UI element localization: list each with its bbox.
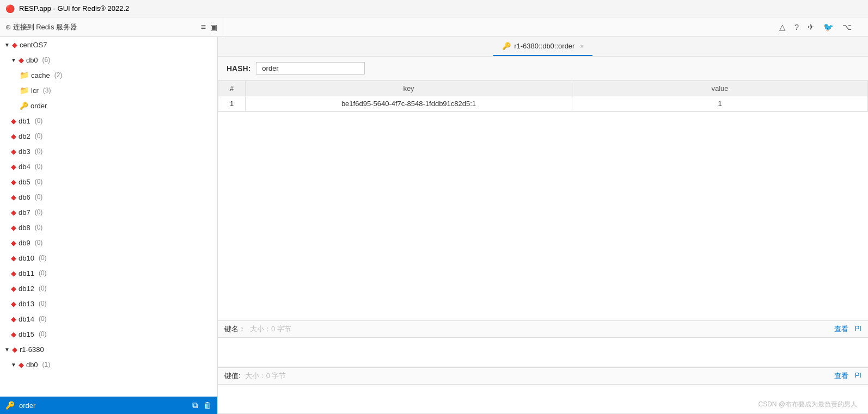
db-diamond-icon: ◆	[11, 132, 16, 140]
data-table: # key value 1 be1f6d95-5640-4f7c-8548-1f…	[218, 81, 868, 112]
selected-item-label: order	[19, 401, 35, 410]
sidebar-item-label: centOS7	[20, 41, 47, 49]
app-title: RESP.app - GUI for Redis® 2022.2	[19, 4, 129, 13]
sidebar-item-label: db9	[19, 239, 30, 247]
toolbar-right: △ ? ✈ 🐦 ⌥	[228, 22, 863, 32]
sidebar-item-db5[interactable]: ◆ db5 (0)	[0, 174, 217, 189]
sidebar-item-label: db2	[19, 132, 30, 140]
sidebar-item-db12[interactable]: ◆ db12 (0)	[0, 281, 217, 296]
sidebar-item-count: (0)	[35, 117, 43, 125]
tab-bar: 🔑 r1-6380::db0::order ×	[218, 37, 868, 57]
sidebar-item-label: cache	[31, 71, 50, 79]
folder-icon: 📁	[20, 86, 29, 95]
sidebar-item-count: (0)	[35, 224, 43, 231]
sidebar-item-db10[interactable]: ◆ db10 (0)	[0, 250, 217, 265]
db-diamond-icon: ◆	[11, 269, 16, 277]
db-diamond-icon: ◆	[11, 193, 16, 201]
sidebar-item-db11[interactable]: ◆ db11 (0)	[0, 265, 217, 281]
server-diamond-icon: ◆	[12, 41, 17, 49]
list-icon[interactable]: ≡	[201, 22, 206, 32]
sidebar-item-db4[interactable]: ◆ db4 (0)	[0, 159, 217, 174]
sidebar-item-db14[interactable]: ◆ db14 (0)	[0, 311, 217, 326]
sidebar-item-count: (0)	[39, 285, 47, 292]
key-value-label: 键值:	[224, 371, 241, 381]
key-name-view-button[interactable]: 查看	[834, 324, 848, 334]
key-value-text-area[interactable]: CSDN @布布要成为最负责的男人	[218, 384, 868, 414]
sidebar-item-db0-centos7[interactable]: ▼ ◆ db0 (6)	[0, 52, 217, 67]
expand-icon: ▼	[4, 42, 10, 48]
expand-icon: ▼	[4, 347, 10, 353]
db-diamond-icon: ◆	[11, 254, 16, 262]
key-value-view-button[interactable]: 查看	[834, 371, 848, 381]
watermark: CSDN @布布要成为最负责的男人	[758, 400, 857, 409]
twitter-icon[interactable]: 🐦	[823, 22, 834, 32]
sidebar-item-count: (6)	[42, 56, 51, 64]
sidebar-item-label: db11	[19, 269, 34, 277]
telegram-icon[interactable]: ✈	[808, 22, 815, 32]
sidebar-item-cache[interactable]: 📁 cache (2)	[0, 67, 217, 83]
sidebar-item-centos7[interactable]: ▼ ◆ centOS7	[0, 37, 217, 52]
col-header-index: #	[218, 81, 246, 96]
sidebar-item-label: db1	[19, 117, 30, 125]
sidebar-item-label: db3	[19, 147, 30, 156]
sidebar-item-count: (0)	[35, 239, 43, 246]
github-icon[interactable]: ⌥	[842, 22, 852, 32]
sidebar-item-db9[interactable]: ◆ db9 (0)	[0, 235, 217, 250]
delete-icon[interactable]: 🗑	[204, 400, 212, 410]
key-icon: 🔑	[20, 102, 28, 110]
sidebar-item-db6[interactable]: ◆ db6 (0)	[0, 189, 217, 205]
db-diamond-icon: ◆	[11, 224, 16, 232]
alert-icon[interactable]: △	[779, 22, 786, 32]
sidebar-item-db3[interactable]: ◆ db3 (0)	[0, 144, 217, 159]
key-name-size: 大小：0 字节	[250, 324, 291, 334]
connect-button[interactable]: ⊕ 连接到 Redis 服务器	[5, 22, 77, 32]
sidebar-item-db7[interactable]: ◆ db7 (0)	[0, 205, 217, 220]
db-diamond-icon: ◆	[11, 330, 16, 338]
selected-key-icon: 🔑	[5, 401, 15, 410]
sidebar-item-icr[interactable]: 📁 icr (3)	[0, 83, 217, 98]
sidebar-item-label: db13	[19, 300, 34, 308]
sidebar-item-r1-db0[interactable]: ▼ ◆ db0 (1)	[0, 357, 217, 372]
sidebar-item-r1-6380[interactable]: ▼ ◆ r1-6380	[0, 342, 217, 357]
sidebar-item-db8[interactable]: ◆ db8 (0)	[0, 220, 217, 235]
sidebar-item-count: (0)	[35, 193, 43, 201]
toolbar: ⊕ 连接到 Redis 服务器 ≡ ▣ △ ? ✈ 🐦 ⌥	[0, 17, 868, 37]
sidebar-item-count: (0)	[39, 254, 47, 262]
db-diamond-icon: ◆	[11, 163, 16, 171]
table-empty-area	[218, 112, 868, 320]
sidebar-item-db2[interactable]: ◆ db2 (0)	[0, 128, 217, 144]
sidebar-item-label: db10	[19, 254, 34, 262]
tab-order[interactable]: 🔑 r1-6380::db0::order ×	[493, 37, 592, 56]
sidebar-item-label: icr	[31, 86, 39, 95]
sidebar-item-count: (0)	[35, 163, 43, 170]
grid-icon[interactable]: ▣	[210, 23, 217, 32]
sidebar-item-label: db4	[19, 163, 30, 171]
sidebar-item-count: (0)	[35, 132, 43, 140]
sidebar-item-db1[interactable]: ◆ db1 (0)	[0, 113, 217, 128]
sidebar-item-db13[interactable]: ◆ db13 (0)	[0, 296, 217, 311]
tab-close-button[interactable]: ×	[580, 43, 583, 50]
toolbar-left: ⊕ 连接到 Redis 服务器 ≡ ▣	[5, 17, 223, 36]
sidebar-item-label: db8	[19, 224, 30, 232]
row-index: 1	[218, 96, 246, 112]
sidebar-item-label: db5	[19, 178, 30, 186]
sidebar-item-label: db12	[19, 285, 34, 293]
sidebar-item-label: order	[30, 102, 47, 110]
sidebar-item-db15[interactable]: ◆ db15 (0)	[0, 326, 217, 342]
help-icon[interactable]: ?	[794, 22, 799, 32]
key-name-pi-button[interactable]: PI	[855, 324, 861, 334]
key-name-text-area[interactable]	[218, 337, 868, 367]
hash-value: order	[256, 62, 365, 75]
row-key: be1f6d95-5640-4f7c-8548-1fddb91c82d5:1	[246, 96, 572, 112]
sidebar-item-count: (0)	[35, 147, 43, 155]
key-value-pi-button[interactable]: PI	[855, 371, 861, 381]
sidebar-item-order-centos7[interactable]: 🔑 order	[0, 98, 217, 113]
col-header-value: value	[572, 81, 868, 96]
content-area: 🔑 r1-6380::db0::order × HASH: order # ke…	[218, 37, 868, 414]
sidebar-item-count: (3)	[43, 86, 51, 94]
sidebar-item-count: (2)	[54, 71, 63, 79]
table-row[interactable]: 1 be1f6d95-5640-4f7c-8548-1fddb91c82d5:1…	[218, 96, 868, 112]
data-table-wrapper: # key value 1 be1f6d95-5640-4f7c-8548-1f…	[218, 81, 868, 112]
sidebar-item-count: (1)	[42, 361, 51, 368]
copy-icon[interactable]: ⧉	[192, 400, 198, 410]
